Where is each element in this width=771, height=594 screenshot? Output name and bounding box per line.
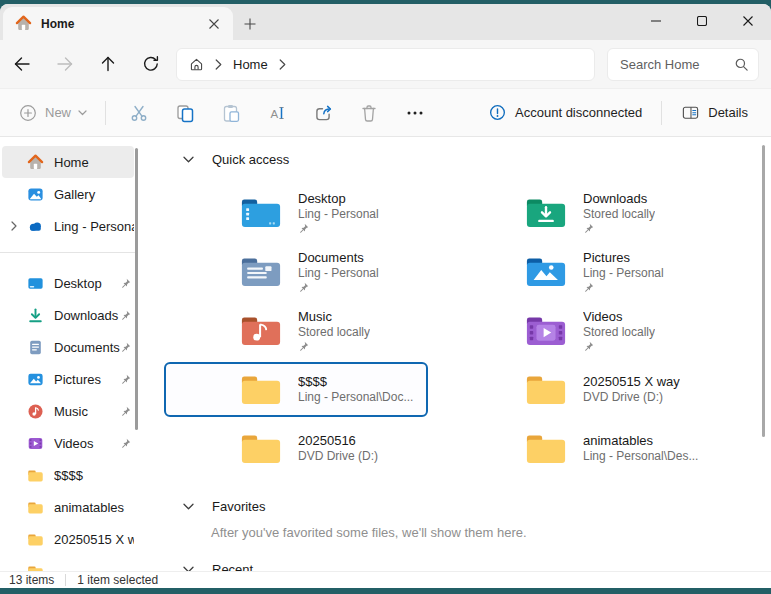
- file-tile-videos[interactable]: Videos Stored locally: [449, 303, 713, 358]
- pin-icon: [120, 374, 131, 385]
- sidebar-item-animatables[interactable]: animatables: [2, 491, 134, 523]
- file-tile-text: Videos Stored locally: [583, 309, 655, 353]
- file-tile-subtitle: Ling - Personal\Doc...: [298, 390, 413, 405]
- sidebar-item-videos[interactable]: Videos: [2, 427, 134, 459]
- chevron-right-icon[interactable]: [7, 221, 21, 231]
- sidebar-item-ling-personal[interactable]: Ling - Personal: [2, 210, 134, 242]
- sidebar-item-folder[interactable]: $$$$: [2, 459, 134, 491]
- chevron-down-icon[interactable]: [183, 501, 195, 511]
- delete-button[interactable]: [346, 95, 392, 131]
- sidebar-item-folder[interactable]: [2, 555, 134, 571]
- file-tile-documents[interactable]: Documents Ling - Personal: [164, 244, 428, 299]
- section-header-favorites: Favorites: [183, 497, 771, 515]
- maximize-button[interactable]: [679, 4, 725, 38]
- chevron-down-icon[interactable]: [183, 154, 195, 164]
- pin-icon: [120, 438, 131, 449]
- back-button[interactable]: [4, 47, 39, 81]
- folder-icon: [525, 195, 567, 230]
- file-tile-downloads[interactable]: Downloads Stored locally: [449, 185, 713, 240]
- folder-icon: [240, 254, 282, 289]
- file-tile-text: $$$$ Ling - Personal\Doc...: [298, 374, 413, 405]
- file-tile-20250516[interactable]: 20250516 DVD Drive (D:): [164, 421, 428, 476]
- sidebar-item-icon: [27, 467, 44, 484]
- more-button[interactable]: [392, 95, 438, 131]
- home-outline-icon[interactable]: [189, 57, 204, 72]
- sidebar-item-20250515-x-way[interactable]: 20250515 X way: [2, 523, 134, 555]
- pin-icon: [120, 406, 131, 417]
- sidebar-item-icon: [27, 218, 44, 235]
- tab-bar: Home: [0, 4, 771, 40]
- refresh-button[interactable]: [133, 47, 168, 81]
- file-tile-subtitle: Ling - Personal: [298, 207, 379, 222]
- minimize-button[interactable]: [633, 4, 679, 38]
- nav-buttons: [4, 47, 168, 81]
- address-bar[interactable]: Home: [176, 48, 595, 81]
- copy-button[interactable]: [162, 95, 208, 131]
- sidebar-scrollbar[interactable]: [135, 148, 138, 430]
- folder-icon: [525, 372, 567, 407]
- file-tile-desktop[interactable]: Desktop Ling - Personal: [164, 185, 428, 240]
- new-tab-button[interactable]: [233, 7, 267, 40]
- tab-close-button[interactable]: [201, 12, 227, 36]
- file-tile-title: Pictures: [583, 250, 664, 266]
- file-tile-title: Videos: [583, 309, 655, 325]
- chevron-down-icon: [78, 110, 87, 116]
- sidebar-item-label: Pictures: [54, 372, 120, 387]
- details-button[interactable]: Details: [672, 95, 757, 131]
- tab-home[interactable]: Home: [3, 7, 233, 40]
- sidebar-item-icon: [27, 499, 44, 516]
- pin-icon: [298, 282, 379, 294]
- section-title-favorites: Favorites: [212, 499, 265, 514]
- file-tile-subtitle: Ling - Personal\Des...: [583, 449, 698, 464]
- close-button[interactable]: [725, 4, 771, 38]
- sidebar-item-home[interactable]: Home: [2, 146, 134, 178]
- up-button[interactable]: [90, 47, 125, 81]
- file-tile-title: animatables: [583, 433, 698, 449]
- new-button[interactable]: New: [10, 95, 95, 131]
- toolbar-divider: [661, 101, 662, 125]
- file-tile-pictures[interactable]: Pictures Ling - Personal: [449, 244, 713, 299]
- toolbar-actions: A: [116, 95, 438, 131]
- toolbar-divider: [105, 101, 106, 125]
- sidebar-item-label: 20250515 X way: [54, 532, 134, 547]
- statusbar-divider: [65, 574, 66, 586]
- forward-button[interactable]: [47, 47, 82, 81]
- chevron-down-icon[interactable]: [183, 564, 195, 571]
- file-tile-title: Downloads: [583, 191, 655, 207]
- chevron-right-icon[interactable]: [215, 59, 222, 70]
- sidebar-item-gallery[interactable]: Gallery: [2, 178, 134, 210]
- file-tile-music[interactable]: Music Stored locally: [164, 303, 428, 358]
- file-tile-20250515-x-way[interactable]: 20250515 X way DVD Drive (D:): [449, 362, 713, 417]
- file-tile-title: 20250516: [298, 433, 378, 449]
- file-tile-text: animatables Ling - Personal\Des...: [583, 433, 698, 464]
- rename-button[interactable]: A: [254, 95, 300, 131]
- sidebar-item-documents[interactable]: Documents: [2, 331, 134, 363]
- chevron-right-icon[interactable]: [279, 59, 286, 70]
- sidebar-item-label: Home: [54, 155, 134, 170]
- search-icon[interactable]: [734, 57, 749, 72]
- cut-button[interactable]: [116, 95, 162, 131]
- command-bar: New A Account disconnected Details: [0, 88, 771, 137]
- file-tile-title: 20250515 X way: [583, 374, 680, 390]
- content-scrollbar[interactable]: [762, 145, 765, 437]
- breadcrumb-home[interactable]: Home: [233, 57, 268, 72]
- pin-icon: [298, 223, 379, 235]
- sidebar-item-pictures[interactable]: Pictures: [2, 363, 134, 395]
- sidebar-item-music[interactable]: Music: [2, 395, 134, 427]
- file-tile-title: $$$$: [298, 374, 413, 390]
- paste-button[interactable]: [208, 95, 254, 131]
- share-button[interactable]: [300, 95, 346, 131]
- account-status-button[interactable]: Account disconnected: [479, 95, 651, 131]
- new-button-label: New: [45, 105, 71, 120]
- file-tile-subtitle: DVD Drive (D:): [298, 449, 378, 464]
- window-controls: [633, 4, 771, 38]
- search-input[interactable]: [620, 57, 734, 72]
- sidebar-item-icon: [27, 154, 44, 171]
- search-box[interactable]: [607, 48, 759, 81]
- file-tile-animatables[interactable]: animatables Ling - Personal\Des...: [449, 421, 713, 476]
- navigation-bar: Home: [0, 40, 771, 88]
- file-tile-folder[interactable]: $$$$ Ling - Personal\Doc...: [164, 362, 428, 417]
- sidebar-item-downloads[interactable]: Downloads: [2, 299, 134, 331]
- sidebar-item-desktop[interactable]: Desktop: [2, 267, 134, 299]
- file-tile-subtitle: Ling - Personal: [583, 266, 664, 281]
